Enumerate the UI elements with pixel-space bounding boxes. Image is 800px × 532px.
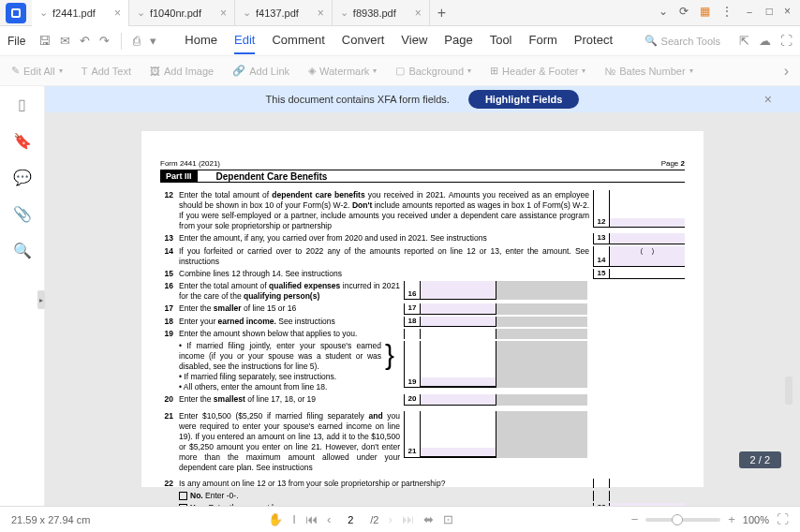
sidebar-toggle[interactable]: ▸ <box>37 290 45 309</box>
pdf-page: Form 2441 (2021) Page 2 Part III Depende… <box>141 131 704 487</box>
fit-width-icon[interactable]: ⬌ <box>423 512 434 526</box>
tab-f1040nr[interactable]: ⌄ f1040nr.pdf × <box>129 0 235 26</box>
search-placeholder: Search Tools <box>661 36 720 47</box>
tab-f4137[interactable]: ⌄ f4137.pdf × <box>235 0 333 26</box>
zoom-thumb[interactable] <box>672 514 683 525</box>
statusbar: 21.59 x 27.94 cm ✋ I ⏮ ‹ /2 › ⏭ ⬌ ⊡ − + … <box>0 506 800 532</box>
menu-tool[interactable]: Tool <box>490 27 512 54</box>
menu-page[interactable]: Page <box>444 27 472 54</box>
form-line-19: 19 Enter the amount shown below that app… <box>160 329 685 339</box>
scrollbar-thumb[interactable] <box>785 377 793 405</box>
watermark-button[interactable]: ◈ Watermark▾ <box>308 65 377 77</box>
tab-f8938[interactable]: ⌄ f8938.pdf × <box>333 0 430 26</box>
print-icon[interactable]: ⎙ <box>133 34 141 48</box>
add-tab-button[interactable]: + <box>430 5 453 22</box>
form-line-22-no: No. Enter -0-. <box>160 491 685 501</box>
header-footer-button[interactable]: ⊞ Header & Footer▾ <box>490 65 585 77</box>
form-line-15: 15 Combine lines 12 through 14. See inst… <box>160 269 685 279</box>
close-icon[interactable]: × <box>220 7 227 20</box>
zoom-slider[interactable] <box>645 518 720 522</box>
first-page-icon[interactable]: ⏮ <box>305 512 318 526</box>
external-link-icon[interactable]: ⇱ <box>739 34 749 48</box>
comment-icon[interactable]: 💬 <box>13 169 32 186</box>
mail-icon[interactable]: ✉ <box>60 34 70 48</box>
form-line-14: 14 If you forfeited or carried over to 2… <box>160 246 685 267</box>
fit-page-icon[interactable]: ⊡ <box>443 512 453 526</box>
search-tools[interactable]: 🔍 Search Tools <box>644 35 720 47</box>
refresh-icon[interactable]: ⟳ <box>679 5 689 21</box>
chevron-down-icon[interactable]: ⌄ <box>659 5 668 21</box>
toolbar-next-icon[interactable]: › <box>784 63 789 80</box>
page-container[interactable]: Form 2441 (2021) Page 2 Part III Depende… <box>45 112 800 506</box>
menu-edit[interactable]: Edit <box>234 27 255 54</box>
part-label: Part III <box>160 171 198 181</box>
add-text-button[interactable]: T Add Text <box>81 66 131 77</box>
grid-icon[interactable]: ▦ <box>700 5 710 21</box>
close-icon[interactable]: × <box>114 7 121 20</box>
fullscreen-icon[interactable]: ⛶ <box>777 512 789 526</box>
menu-protect[interactable]: Protect <box>574 27 613 54</box>
menu-comment[interactable]: Comment <box>272 27 324 54</box>
minimize-icon[interactable]: － <box>744 5 755 21</box>
page-number-input[interactable] <box>340 514 361 525</box>
main-area: ▯ 🔖 💬 📎 🔍 ▸ This document contains XFA f… <box>0 86 800 506</box>
checkbox-no[interactable] <box>179 492 187 500</box>
form-line-19-sub: • If married filing jointly, enter your … <box>160 341 685 392</box>
close-icon[interactable]: × <box>318 7 324 20</box>
file-menu[interactable]: File <box>7 35 25 48</box>
highlight-fields-button[interactable]: Highlight Fields <box>468 90 580 109</box>
edit-toolbar: ✎ Edit All▾ T Add Text 🖼 Add Image 🔗 Add… <box>0 56 800 86</box>
tab-label: f1040nr.pdf <box>150 7 201 19</box>
bates-number-button[interactable]: № Bates Number▾ <box>604 66 692 77</box>
search-icon[interactable]: 🔍 <box>13 242 32 259</box>
save-icon[interactable]: 🖫 <box>38 34 51 48</box>
maximize-icon[interactable]: □ <box>766 5 773 21</box>
page-navigation: ✋ I ⏮ ‹ /2 › ⏭ ⬌ ⊡ <box>268 512 453 526</box>
checkbox-yes[interactable] <box>179 504 187 506</box>
close-icon[interactable]: × <box>415 7 422 20</box>
expand-icon[interactable]: ⛶ <box>780 34 793 48</box>
app-logo[interactable] <box>6 3 26 23</box>
edit-all-button[interactable]: ✎ Edit All▾ <box>11 65 63 77</box>
form-line-22: 22 Is any amount on line 12 or 13 from y… <box>160 479 685 489</box>
chevron-down-icon: ⌄ <box>340 7 348 19</box>
dropdown-icon[interactable]: ▾ <box>150 34 156 48</box>
background-button[interactable]: ▢ Background▾ <box>395 65 471 77</box>
zoom-level: 100% <box>743 514 769 525</box>
form-line-22-yes: Yes. Enter the amount here 22 <box>160 503 685 506</box>
thumbnails-icon[interactable]: ▯ <box>18 96 26 113</box>
part-title: Dependent Care Benefits <box>198 170 685 183</box>
page-number: Page 2 <box>661 159 685 168</box>
chevron-down-icon: ⌄ <box>39 7 48 19</box>
menu-view[interactable]: View <box>401 27 427 54</box>
undo-icon[interactable]: ↶ <box>80 34 90 48</box>
add-link-button[interactable]: 🔗 Add Link <box>232 65 289 77</box>
menu-convert[interactable]: Convert <box>342 27 385 54</box>
chevron-down-icon: ⌄ <box>137 7 145 19</box>
banner-close-icon[interactable]: × <box>764 92 772 107</box>
menu-form[interactable]: Form <box>529 27 557 54</box>
tab-label: f4137.pdf <box>256 7 299 19</box>
document-viewer: This document contains XFA form fields. … <box>45 86 800 506</box>
form-line-13: 13 Enter the amount, if any, you carried… <box>160 233 685 244</box>
bookmark-icon[interactable]: 🔖 <box>13 132 32 150</box>
prev-page-icon[interactable]: ‹ <box>327 512 331 526</box>
redo-icon[interactable]: ↷ <box>99 34 110 48</box>
form-label: Form 2441 (2021) <box>160 159 220 168</box>
last-page-icon[interactable]: ⏭ <box>402 512 414 526</box>
select-tool-icon[interactable]: I <box>292 512 296 526</box>
cloud-icon[interactable]: ☁ <box>759 34 771 48</box>
form-line-21: 21 Enter $10,500 ($5,250 if married fili… <box>160 411 685 473</box>
zoom-out-icon[interactable]: − <box>631 512 639 526</box>
close-icon[interactable]: × <box>784 5 791 21</box>
attachment-icon[interactable]: 📎 <box>13 205 32 223</box>
add-image-button[interactable]: 🖼 Add Image <box>150 66 214 77</box>
tab-f2441[interactable]: ⌄ f2441.pdf × <box>32 0 129 26</box>
zoom-in-icon[interactable]: + <box>728 512 735 526</box>
next-page-icon[interactable]: › <box>388 512 392 526</box>
chevron-down-icon: ⌄ <box>243 7 251 19</box>
form-line-12: 12 Enter the total amount of dependent c… <box>160 190 685 231</box>
menu-home[interactable]: Home <box>185 27 217 54</box>
hand-tool-icon[interactable]: ✋ <box>268 512 283 526</box>
menu-icon[interactable]: ⋮ <box>721 5 733 21</box>
